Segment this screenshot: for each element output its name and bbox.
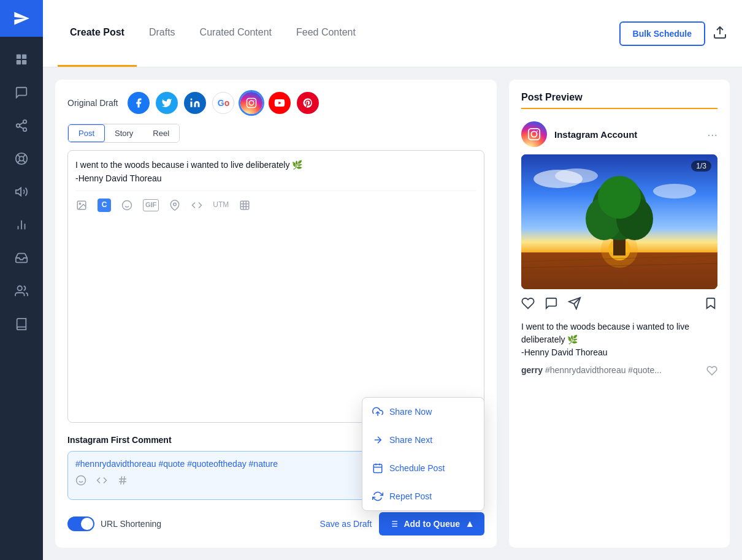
post-type-tab-story[interactable]: Story	[105, 124, 143, 142]
svg-point-28	[79, 203, 80, 204]
sidebar-item-support[interactable]	[0, 143, 43, 174]
sidebar-item-inbox[interactable]	[0, 243, 43, 273]
svg-rect-1	[22, 55, 26, 59]
utm-label[interactable]: UTM	[213, 199, 229, 211]
social-icon-google[interactable]: Go	[212, 92, 234, 114]
code-icon[interactable]	[191, 199, 203, 211]
top-navigation: Create Post Drafts Curated Content Feed …	[43, 0, 742, 67]
social-icon-youtube[interactable]	[269, 92, 291, 114]
tab-feed-content[interactable]: Feed Content	[284, 0, 368, 67]
post-content-area: I went to the woods because i wanted to …	[67, 150, 484, 423]
dropdown-repeat-post[interactable]: Repet Post	[362, 482, 484, 510]
like-icon[interactable]	[521, 297, 535, 313]
refresh-icon	[372, 491, 383, 502]
bulk-schedule-button[interactable]: Bulk Schedule	[619, 21, 705, 46]
social-icon-instagram[interactable]	[240, 92, 262, 114]
dropdown-share-now[interactable]: Share Now	[362, 398, 484, 426]
post-type-tab-reel[interactable]: Reel	[143, 124, 179, 142]
social-icon-facebook[interactable]	[128, 92, 150, 114]
svg-rect-23	[247, 99, 256, 108]
comment-icon[interactable]	[545, 297, 558, 313]
svg-point-66	[653, 184, 696, 199]
bottom-actions: Save as Draft Add to Queue ▲	[320, 512, 484, 535]
svg-point-19	[18, 286, 22, 290]
lifesaver-icon	[15, 152, 28, 165]
preview-more-button[interactable]: ···	[707, 127, 717, 142]
svg-point-65	[555, 168, 598, 183]
image-upload-icon[interactable]	[75, 199, 88, 211]
draft-label: Original Draft	[67, 98, 118, 108]
svg-line-44	[124, 476, 125, 485]
url-shortening-label: URL Shortening	[101, 519, 161, 529]
team-icon	[15, 284, 28, 298]
bottom-bar: URL Shortening Save as Draft Add to Queu…	[67, 512, 484, 535]
sidebar-item-library[interactable]	[0, 309, 43, 339]
instagram-avatar-icon	[527, 127, 541, 141]
svg-marker-15	[16, 188, 21, 196]
preview-comment-hashtags: #hennrydavidthoreau #quote...	[545, 365, 662, 375]
sidebar-logo[interactable]	[0, 0, 43, 37]
svg-point-5	[17, 124, 20, 127]
social-icon-pinterest[interactable]	[297, 92, 319, 114]
svg-point-4	[23, 120, 27, 124]
sidebar-item-network[interactable]	[0, 110, 43, 141]
sidebar-item-team[interactable]	[0, 276, 43, 306]
url-shortening-control: URL Shortening	[67, 516, 161, 531]
svg-point-22	[191, 99, 193, 100]
comment-hashtag-icon[interactable]	[117, 475, 128, 488]
comment-code-icon[interactable]	[96, 475, 107, 488]
add-to-queue-button[interactable]: Add to Queue ▲	[379, 512, 484, 535]
post-text: I went to the woods because i wanted to …	[75, 158, 476, 186]
sidebar-item-messages[interactable]	[0, 77, 43, 108]
arrow-right-icon	[372, 434, 383, 445]
send-icon	[13, 10, 30, 27]
share-icon[interactable]	[568, 297, 581, 313]
table-icon[interactable]	[239, 199, 251, 211]
social-platform-icons: Go	[128, 92, 319, 114]
dropdown-share-next[interactable]: Share Next	[362, 426, 484, 454]
preview-comment-like-icon[interactable]	[706, 365, 717, 378]
export-icon[interactable]	[713, 25, 727, 42]
upload-icon	[372, 406, 383, 417]
url-shortening-toggle[interactable]	[67, 516, 94, 531]
preview-comment: gerry #hennrydavidthoreau #quote...	[521, 365, 717, 378]
dropdown-schedule-post[interactable]: Schedule Post	[362, 454, 484, 482]
megaphone-icon	[15, 185, 28, 199]
emoji-icon[interactable]	[121, 199, 133, 211]
location-icon[interactable]	[169, 199, 181, 211]
svg-rect-21	[191, 102, 193, 107]
tab-drafts[interactable]: Drafts	[137, 0, 188, 67]
composer-toolbar: C GIF UTM	[75, 191, 476, 212]
save-draft-button[interactable]: Save as Draft	[320, 519, 372, 529]
svg-rect-0	[17, 55, 21, 59]
social-icon-twitter[interactable]	[156, 92, 178, 114]
gif-icon[interactable]: GIF	[143, 199, 159, 211]
preview-account-row: Instagram Account ···	[521, 121, 717, 147]
sidebar-item-analytics[interactable]	[0, 210, 43, 240]
svg-point-58	[531, 131, 537, 137]
post-type-tab-post[interactable]: Post	[68, 124, 105, 142]
svg-point-59	[537, 131, 538, 132]
post-type-tabs: Post Story Reel	[67, 124, 180, 143]
repeat-post-label: Repet Post	[389, 491, 432, 501]
queue-dropdown: Share Now Share Next Schedule Post Repet…	[362, 397, 484, 511]
sidebar-navigation	[0, 37, 43, 339]
page-body: Original Draft Go	[43, 67, 742, 560]
comment-emoji-icon[interactable]	[75, 475, 86, 488]
tab-curated-content[interactable]: Curated Content	[188, 0, 284, 67]
sidebar-item-dashboard[interactable]	[0, 44, 43, 75]
canva-icon[interactable]: C	[98, 199, 111, 212]
svg-line-43	[121, 476, 122, 485]
svg-point-71	[598, 176, 641, 219]
tab-create-post[interactable]: Create Post	[58, 0, 137, 67]
preview-caption: I went to the woods because i wanted to …	[521, 320, 717, 359]
preview-action-bar	[521, 297, 717, 313]
image-counter: 1/3	[691, 161, 711, 172]
draft-header: Original Draft Go	[67, 92, 484, 114]
social-icon-linkedin[interactable]	[184, 92, 206, 114]
queue-icon	[389, 519, 399, 529]
preview-title: Post Preview	[521, 92, 717, 109]
sidebar-item-campaigns[interactable]	[0, 176, 43, 207]
bookmark-icon[interactable]	[704, 297, 717, 313]
instagram-avatar	[521, 121, 547, 147]
